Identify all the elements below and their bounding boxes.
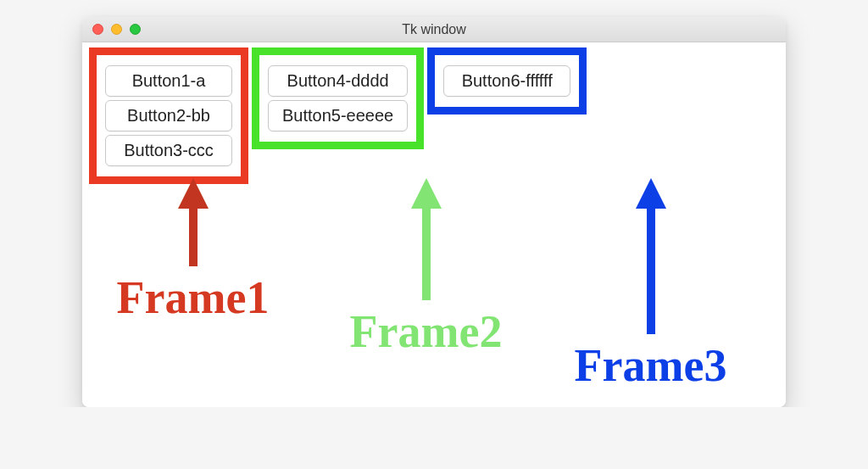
labels-row: Frame1 Frame2 Frame3	[89, 178, 779, 392]
frame-3: Button6-ffffff	[427, 47, 587, 114]
window-content: Button1-a Button2-bb Button3-ccc Button4…	[82, 42, 786, 407]
titlebar: Tk window	[82, 17, 786, 42]
frame3-label: Frame3	[575, 339, 727, 392]
frame1-label: Frame1	[117, 271, 270, 324]
button-5eeeee[interactable]: Button5-eeeee	[268, 100, 408, 131]
button-6ffffff[interactable]: Button6-ffffff	[443, 65, 570, 97]
frame-2: Button4-dddd Button5-eeeee	[252, 47, 424, 149]
button-4dddd[interactable]: Button4-dddd	[268, 65, 408, 97]
arrow-up-icon	[411, 178, 442, 209]
frame-1: Button1-a Button2-bb Button3-ccc	[89, 47, 248, 184]
frame2-label-block: Frame2	[322, 178, 530, 392]
arrow-up-icon	[178, 178, 209, 209]
arrow-up-icon	[636, 178, 666, 209]
button-1a[interactable]: Button1-a	[105, 65, 232, 97]
button-2bb[interactable]: Button2-bb	[105, 100, 232, 131]
minimize-icon[interactable]	[111, 24, 122, 35]
arrow-shaft	[422, 207, 431, 300]
arrow-shaft	[647, 207, 655, 334]
button-3ccc[interactable]: Button3-ccc	[105, 135, 232, 166]
app-window: Tk window Button1-a Button2-bb Button3-c…	[82, 17, 786, 407]
traffic-lights	[92, 24, 141, 35]
arrow-shaft	[189, 207, 198, 266]
frame3-label-block: Frame3	[547, 178, 754, 392]
frame1-label-block: Frame1	[89, 178, 297, 392]
frame2-label: Frame2	[350, 305, 503, 358]
maximize-icon[interactable]	[130, 24, 141, 35]
window-title: Tk window	[92, 22, 776, 37]
frames-row: Button1-a Button2-bb Button3-ccc Button4…	[89, 47, 779, 184]
close-icon[interactable]	[92, 24, 103, 35]
